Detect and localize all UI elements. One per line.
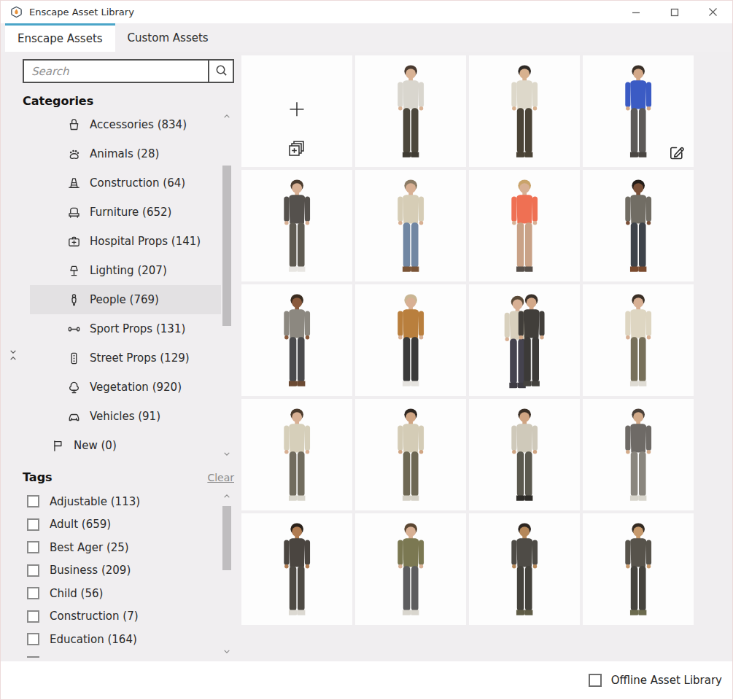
tags-scroll-thumb[interactable] <box>222 506 231 570</box>
offline-library-checkbox[interactable] <box>589 674 602 687</box>
tag-item-partial[interactable] <box>23 651 234 658</box>
asset-card-man-with-glasses-in[interactable] <box>469 55 580 167</box>
content-area: Categories Accessories (834)Animals (28)… <box>1 52 732 663</box>
asset-card-man-in-vest-gesturing[interactable] <box>241 284 352 396</box>
tab-enscape-assets[interactable]: Enscape Assets <box>5 23 115 52</box>
asset-thumbnail-person <box>610 176 666 281</box>
asset-thumbnail-person <box>497 176 552 281</box>
asset-card-large-person-in-camel[interactable] <box>355 284 466 396</box>
categories-scroll-thumb[interactable] <box>222 166 231 326</box>
clear-tags-link[interactable]: Clear <box>207 472 234 483</box>
categories-header: Categories <box>23 94 234 108</box>
search-input[interactable] <box>23 59 208 83</box>
sidebar-collapse-handle[interactable] <box>8 349 18 361</box>
asset-thumbnail-person <box>269 405 325 510</box>
asset-card-man-seated-gesturing-with[interactable] <box>241 399 352 510</box>
tag-checkbox-best-ager[interactable] <box>27 541 39 553</box>
tag-checkbox-business[interactable] <box>27 564 39 577</box>
tag-item-business[interactable]: Business (209) <box>23 559 234 583</box>
tags-panel: Adjustable (113)Adult (659)Best Ager (25… <box>23 490 234 658</box>
add-collection-icon[interactable] <box>287 139 306 158</box>
tag-item-education[interactable]: Education (164) <box>23 628 234 651</box>
tag-checkbox-adjustable[interactable] <box>27 495 39 508</box>
paw-icon <box>66 147 82 162</box>
category-item-sport-props[interactable]: Sport Props (131) <box>30 314 221 343</box>
asset-thumbnail-person <box>610 405 666 510</box>
enscape-asset-library-window: Enscape Asset Library Enscape Assets Cus… <box>0 0 733 700</box>
scroll-up-icon[interactable] <box>221 491 233 501</box>
asset-card-bearded-man-in-gray[interactable] <box>583 399 694 510</box>
category-item-accessories[interactable]: Accessories (834) <box>30 110 221 139</box>
category-label: Sport Props (131) <box>90 322 185 335</box>
edit-asset-icon[interactable] <box>667 143 686 162</box>
category-item-animals[interactable]: Animals (28) <box>30 139 221 168</box>
asset-thumbnail-person <box>383 520 438 625</box>
tag-checkbox-construction[interactable] <box>27 610 39 623</box>
category-item-people[interactable]: People (769) <box>30 285 221 314</box>
category-label: Animals (28) <box>90 147 159 160</box>
category-label: Accessories (834) <box>90 118 187 131</box>
asset-card-man-in-gray-vest[interactable] <box>583 170 694 281</box>
asset-thumbnail-person <box>610 520 666 625</box>
tab-custom-assets[interactable]: Custom Assets <box>115 23 221 52</box>
person-icon <box>66 292 82 308</box>
asset-thumbnail-person <box>497 520 552 625</box>
asset-card-man-in-olive-green[interactable] <box>355 513 466 625</box>
asset-card-man-with-turban-and[interactable] <box>241 513 352 625</box>
category-label: People (769) <box>90 293 159 306</box>
category-item-lighting[interactable]: Lighting (207) <box>30 256 221 285</box>
tag-item-child[interactable]: Child (56) <box>23 582 234 605</box>
lamp-icon <box>66 263 82 279</box>
category-item-street-props[interactable]: Street Props (129) <box>30 343 221 373</box>
tag-checkbox-adult[interactable] <box>27 518 39 531</box>
minimize-button[interactable] <box>616 1 655 23</box>
asset-card-man-in-beige-sweater[interactable] <box>355 399 466 510</box>
asset-thumbnail-person <box>610 291 666 396</box>
tag-item-adjustable[interactable]: Adjustable (113) <box>23 490 234 513</box>
tag-label: Adjustable (113) <box>50 495 140 508</box>
asset-card-man-with-beanie-in[interactable] <box>583 513 694 625</box>
tag-checkbox-child[interactable] <box>27 587 39 599</box>
category-label: New (0) <box>74 439 117 452</box>
flag-icon <box>50 438 66 454</box>
scroll-down-icon[interactable] <box>221 449 233 459</box>
asset-card-man-carrying-jacket-bag[interactable] <box>469 399 580 510</box>
asset-card-woman-in-blue-blazer[interactable] <box>583 55 694 167</box>
title-bar: Enscape Asset Library <box>1 1 732 23</box>
tag-item-adult[interactable]: Adult (659) <box>23 513 234 537</box>
asset-card-man-in-light-sweater[interactable] <box>355 55 466 167</box>
asset-card-blonde-woman-in-coral[interactable] <box>469 170 580 281</box>
asset-card-man-in-cream-long[interactable] <box>583 284 694 396</box>
asset-card-man-with-backpack-in[interactable] <box>355 170 466 281</box>
tag-item-best-ager[interactable]: Best Ager (25) <box>23 536 234 559</box>
category-item-construction[interactable]: Construction (64) <box>30 168 221 198</box>
search-button[interactable] <box>208 59 234 83</box>
category-label: Hospital Props (141) <box>90 235 201 248</box>
asset-thumbnail-person <box>497 62 552 167</box>
asset-card-bearded-man-in-long[interactable] <box>241 170 352 281</box>
cone-icon <box>66 176 82 191</box>
tag-item-construction[interactable]: Construction (7) <box>23 605 234 629</box>
search-icon <box>214 63 228 79</box>
asset-card-man-with-glasses-and[interactable] <box>469 513 580 625</box>
category-label: Vegetation (920) <box>90 381 182 394</box>
category-item-furniture[interactable]: Furniture (652) <box>30 198 221 227</box>
scroll-up-icon[interactable] <box>221 112 233 121</box>
add-asset-cell[interactable] <box>241 55 352 167</box>
category-item-vehicles[interactable]: Vehicles (91) <box>30 402 221 431</box>
maximize-button[interactable] <box>655 1 694 23</box>
category-item-new[interactable]: New (0) <box>30 431 221 460</box>
close-button[interactable] <box>694 1 732 23</box>
categories-scrollbar[interactable] <box>221 110 233 460</box>
tag-checkbox-education[interactable] <box>27 633 39 645</box>
tag-checkbox-partial[interactable] <box>27 656 39 658</box>
asset-card-two-people-hugging[interactable] <box>469 284 580 396</box>
category-item-hospital-props[interactable]: Hospital Props (141) <box>30 227 221 256</box>
asset-thumbnail-couple <box>488 291 561 396</box>
tags-scrollbar[interactable] <box>221 490 233 658</box>
tree-icon <box>66 380 82 395</box>
scroll-down-icon[interactable] <box>221 647 233 656</box>
tag-label: Adult (659) <box>50 518 111 531</box>
tags-header: Tags <box>23 470 53 484</box>
category-item-vegetation[interactable]: Vegetation (920) <box>30 373 221 402</box>
